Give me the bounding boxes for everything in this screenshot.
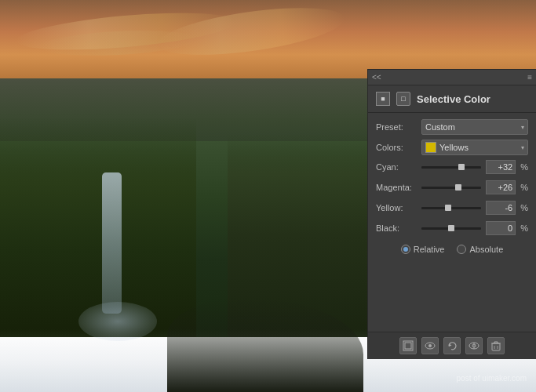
yellow-unit: %: [520, 203, 528, 212]
preset-label: Preset:: [376, 122, 417, 132]
magenta-value[interactable]: +26: [486, 180, 516, 194]
yellow-section: Yellow: -6 %: [376, 201, 528, 216]
yellow-track: [421, 207, 481, 209]
cyan-row: Cyan: +32 %: [376, 160, 528, 174]
relative-radio-circle: [401, 245, 410, 254]
panel-header: ■ □ Selective Color: [368, 85, 536, 113]
black-label: Black:: [376, 223, 417, 233]
delete-button[interactable]: [487, 337, 505, 354]
trash-icon: [491, 341, 501, 351]
layer-mask-icon: ■: [376, 92, 390, 106]
panel-body: Preset: Custom ▾ Colors: Yellows ▾ Cyan:: [368, 113, 536, 332]
yellow-label: Yellow:: [376, 203, 417, 212]
svg-point-3: [428, 344, 432, 347]
absolute-label: Absolute: [469, 245, 503, 254]
svg-rect-1: [405, 343, 411, 349]
colors-value: Yellows: [439, 143, 469, 152]
absolute-radio[interactable]: Absolute: [457, 245, 503, 254]
black-row: Black: 0 %: [376, 221, 528, 235]
cyan-slider[interactable]: [421, 162, 481, 172]
colors-label: Colors:: [376, 143, 417, 152]
magenta-track: [421, 187, 481, 189]
black-unit: %: [520, 223, 528, 233]
absolute-radio-circle: [457, 245, 466, 254]
magenta-unit: %: [520, 183, 528, 192]
panel-footer: [368, 332, 536, 359]
view-icon: [469, 342, 479, 350]
yellow-thumb: [445, 205, 451, 211]
cyan-thumb: [458, 164, 465, 170]
radio-row: Relative Absolute: [376, 241, 528, 257]
panel-title: Selective Color: [417, 93, 490, 105]
svg-rect-8: [492, 343, 500, 350]
yellow-value[interactable]: -6: [486, 201, 516, 215]
cyan-track: [421, 166, 481, 169]
reset-button[interactable]: [443, 337, 461, 354]
panel-titlebar: << ≡: [368, 70, 536, 85]
colors-row: Colors: Yellows ▾: [376, 140, 528, 155]
black-value[interactable]: 0: [486, 221, 516, 235]
preset-value: Custom: [425, 122, 455, 132]
cyan-label: Cyan:: [376, 162, 417, 172]
add-layer-icon: [403, 340, 414, 351]
collapse-button[interactable]: <<: [372, 73, 381, 82]
black-slider[interactable]: [421, 223, 481, 234]
magenta-slider[interactable]: [421, 182, 481, 193]
colors-dropdown-arrow: ▾: [521, 144, 524, 151]
magenta-label: Magenta:: [376, 183, 417, 192]
black-thumb: [448, 225, 454, 231]
watermark: post of uimaker.com: [457, 374, 527, 383]
black-section: Black: 0 %: [376, 221, 528, 237]
magenta-section: Magenta: +26 %: [376, 180, 528, 196]
preset-dropdown[interactable]: Custom ▾: [421, 119, 528, 135]
reset-icon: [447, 341, 458, 351]
preset-row: Preset: Custom ▾: [376, 119, 528, 135]
adjustment-icon: □: [396, 92, 410, 106]
cyan-section: Cyan: +32 %: [376, 160, 528, 176]
color-swatch: [425, 142, 436, 153]
eye-icon: [425, 342, 436, 350]
svg-marker-4: [449, 343, 452, 347]
view-button[interactable]: [465, 337, 483, 354]
yellow-slider[interactable]: [421, 202, 481, 213]
yellow-row: Yellow: -6 %: [376, 201, 528, 215]
magenta-thumb: [455, 184, 461, 191]
properties-panel: << ≡ ■ □ Selective Color Preset: Custom …: [367, 69, 536, 359]
black-track: [421, 227, 481, 230]
add-layer-button[interactable]: [399, 337, 417, 354]
preset-dropdown-arrow: ▾: [521, 124, 524, 131]
relative-label: Relative: [414, 245, 445, 254]
cyan-unit: %: [520, 162, 528, 172]
visibility-button[interactable]: [421, 337, 439, 354]
relative-radio[interactable]: Relative: [401, 245, 445, 254]
waterfall: [102, 172, 122, 314]
colors-dropdown[interactable]: Yellows ▾: [421, 140, 528, 155]
panel-menu-button[interactable]: ≡: [527, 73, 532, 82]
cyan-value[interactable]: +32: [486, 160, 516, 174]
magenta-row: Magenta: +26 %: [376, 180, 528, 194]
